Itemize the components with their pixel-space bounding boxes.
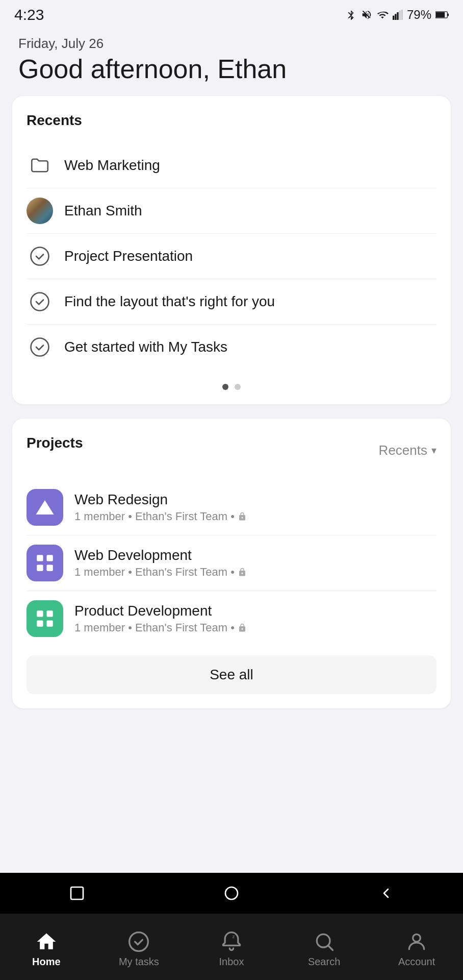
status-time: 4:23 — [14, 6, 44, 23]
android-nav-bar — [0, 873, 463, 914]
header-greeting: Good afternoon, Ethan — [18, 55, 445, 84]
android-back-button[interactable] — [378, 885, 394, 901]
nav-label-search: Search — [308, 956, 340, 968]
inbox-bell-icon: z — [220, 930, 243, 953]
bottom-nav: Home My tasks z Inbox Search Accoun — [0, 914, 463, 980]
svg-rect-6 — [448, 13, 449, 16]
nav-label-home: Home — [32, 956, 61, 968]
status-bar: 4:23 79% — [0, 0, 463, 28]
project-item-product-development[interactable]: Product Development 1 member • Ethan's F… — [27, 591, 436, 646]
svg-rect-12 — [37, 555, 43, 561]
battery-text: 79% — [407, 8, 431, 22]
dot-1 — [222, 384, 228, 390]
projects-title: Projects — [27, 435, 83, 451]
grid-icon — [34, 552, 56, 574]
recent-label: Get started with My Tasks — [64, 339, 227, 355]
dot-2 — [235, 384, 241, 390]
projects-header: Projects Recents ▾ — [27, 435, 436, 465]
svg-rect-16 — [37, 610, 43, 617]
project-name: Web Development — [74, 547, 247, 564]
svg-point-23 — [413, 934, 421, 942]
project-meta: 1 member • Ethan's First Team • — [74, 510, 247, 523]
lock-icon — [238, 568, 247, 577]
projects-card: Projects Recents ▾ Web Redesign 1 member… — [12, 419, 451, 708]
nav-item-inbox[interactable]: z Inbox — [185, 914, 278, 980]
svg-rect-1 — [395, 14, 396, 20]
chevron-down-icon: ▾ — [431, 444, 436, 456]
recent-item-find-layout[interactable]: Find the layout that's right for you — [27, 279, 436, 324]
svg-point-25 — [225, 887, 238, 899]
projects-filter-button[interactable]: Recents ▾ — [379, 443, 436, 458]
svg-rect-0 — [393, 16, 394, 20]
filter-label: Recents — [379, 443, 427, 458]
home-icon — [35, 930, 58, 953]
lock-icon — [238, 512, 247, 521]
svg-point-10 — [31, 338, 49, 356]
svg-marker-11 — [36, 500, 54, 514]
recent-item-project-presentation[interactable]: Project Presentation — [27, 233, 436, 279]
recent-item-get-started[interactable]: Get started with My Tasks — [27, 324, 436, 370]
task-check-icon — [27, 288, 53, 315]
svg-rect-3 — [399, 11, 400, 20]
lock-icon — [238, 623, 247, 632]
signal-icon — [393, 9, 403, 20]
bluetooth-icon — [346, 9, 357, 20]
recent-label: Project Presentation — [64, 248, 193, 264]
account-icon — [405, 930, 428, 953]
mute-icon — [361, 9, 372, 20]
nav-item-account[interactable]: Account — [370, 914, 463, 980]
recent-label: Ethan Smith — [64, 203, 142, 219]
recents-title: Recents — [27, 112, 436, 129]
svg-rect-24 — [71, 887, 83, 899]
project-info: Web Redesign 1 member • Ethan's First Te… — [74, 492, 247, 523]
project-info: Web Development 1 member • Ethan's First… — [74, 547, 247, 579]
my-tasks-icon — [127, 930, 150, 953]
task-check-icon — [27, 243, 53, 270]
nav-label-account: Account — [398, 956, 435, 968]
recent-item-web-marketing[interactable]: Web Marketing — [27, 143, 436, 188]
svg-point-20 — [130, 932, 148, 951]
see-all-button[interactable]: See all — [27, 655, 436, 694]
svg-rect-19 — [47, 621, 53, 627]
carousel-dots — [27, 384, 436, 390]
nav-label-my-tasks: My tasks — [119, 956, 159, 968]
nav-item-search[interactable]: Search — [278, 914, 371, 980]
header-date: Friday, July 26 — [18, 36, 445, 52]
project-meta: 1 member • Ethan's First Team • — [74, 566, 247, 579]
svg-point-8 — [31, 248, 49, 265]
recents-card: Recents Web Marketing Ethan Smith — [12, 96, 451, 404]
recent-label: Find the layout that's right for you — [64, 293, 275, 310]
project-icon-web-redesign — [27, 489, 63, 526]
svg-rect-2 — [397, 12, 398, 20]
svg-rect-13 — [47, 555, 53, 561]
project-name: Product Development — [74, 603, 247, 619]
header: Friday, July 26 Good afternoon, Ethan — [0, 28, 463, 96]
svg-rect-14 — [37, 565, 43, 571]
project-item-web-development[interactable]: Web Development 1 member • Ethan's First… — [27, 535, 436, 591]
project-meta: 1 member • Ethan's First Team • — [74, 621, 247, 634]
avatar — [27, 198, 53, 224]
project-name: Web Redesign — [74, 492, 247, 508]
project-info: Product Development 1 member • Ethan's F… — [74, 603, 247, 634]
android-recents-button[interactable] — [69, 885, 85, 901]
svg-text:z: z — [233, 934, 235, 939]
svg-rect-17 — [47, 610, 53, 617]
project-icon-web-development — [27, 545, 63, 581]
recent-item-ethan-smith[interactable]: Ethan Smith — [27, 188, 436, 233]
svg-rect-7 — [436, 12, 445, 17]
svg-rect-15 — [47, 565, 53, 571]
wifi-icon — [376, 9, 389, 20]
svg-rect-4 — [401, 10, 403, 20]
android-home-button[interactable] — [223, 885, 240, 901]
recent-label: Web Marketing — [64, 157, 160, 174]
battery-icon — [435, 10, 449, 20]
nav-item-my-tasks[interactable]: My tasks — [93, 914, 186, 980]
recents-list: Web Marketing Ethan Smith Project Presen… — [27, 143, 436, 370]
grid-icon — [34, 608, 56, 629]
search-icon — [313, 930, 336, 953]
svg-point-9 — [31, 293, 49, 311]
nav-label-inbox: Inbox — [219, 956, 244, 968]
nav-item-home[interactable]: Home — [0, 914, 93, 980]
folder-icon — [27, 152, 53, 179]
project-item-web-redesign[interactable]: Web Redesign 1 member • Ethan's First Te… — [27, 480, 436, 535]
